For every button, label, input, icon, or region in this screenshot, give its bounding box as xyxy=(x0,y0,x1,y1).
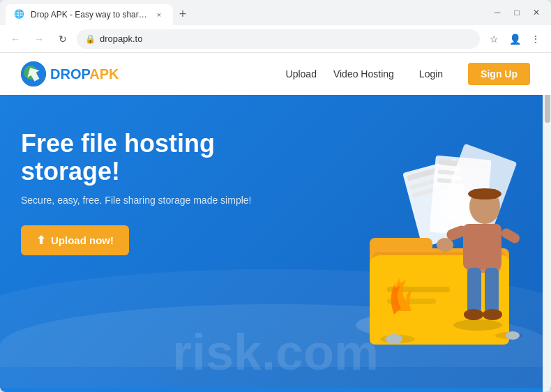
svg-rect-23 xyxy=(499,227,521,245)
toolbar-actions: ☆ 👤 ⋮ xyxy=(484,29,545,49)
nav-signup-button[interactable]: Sign Up xyxy=(468,63,530,85)
account-button[interactable]: 👤 xyxy=(505,29,524,49)
tab-title: Drop APK - Easy way to share y... xyxy=(31,10,148,20)
maximize-button[interactable]: □ xyxy=(508,3,526,22)
lock-icon: 🔒 xyxy=(85,34,96,44)
reload-button[interactable]: ↻ xyxy=(53,29,73,49)
upload-icon: ⬆ xyxy=(36,234,45,247)
svg-point-29 xyxy=(453,319,502,331)
logo-text: DROPAPK xyxy=(50,66,119,82)
nav-upload-link[interactable]: Upload xyxy=(286,68,317,80)
nav-links: Upload Video Hosting Login Sign Up xyxy=(286,63,530,85)
hero-content: Free file hosting storage! Secure, easy,… xyxy=(21,130,258,255)
minimize-button[interactable]: ─ xyxy=(488,3,506,22)
svg-point-28 xyxy=(483,309,502,320)
svg-rect-19 xyxy=(471,189,499,199)
browser-tab[interactable]: 🌐 Drop APK - Easy way to share y... × xyxy=(6,4,173,25)
site-navbar: DROPAPK Upload Video Hosting Login Sign … xyxy=(0,53,551,95)
hero-subtitle: Secure, easy, free. File sharing storage… xyxy=(21,195,258,206)
svg-point-33 xyxy=(506,331,520,340)
address-bar[interactable]: 🔒 dropapk.to xyxy=(77,29,480,49)
menu-button[interactable]: ⋮ xyxy=(526,29,545,49)
bookmark-button[interactable]: ☆ xyxy=(484,29,504,49)
svg-point-24 xyxy=(437,238,453,252)
svg-rect-25 xyxy=(467,268,481,313)
hero-section: Free file hosting storage! Secure, easy,… xyxy=(0,95,551,388)
website: DROPAPK Upload Video Hosting Login Sign … xyxy=(0,53,551,392)
hero-title: Free file hosting storage! xyxy=(21,130,258,185)
watermark: risk.com xyxy=(172,324,379,381)
forward-button[interactable]: → xyxy=(29,29,49,49)
scrollbar[interactable] xyxy=(543,78,551,392)
browser-frame: 🌐 Drop APK - Easy way to share y... × + … xyxy=(0,0,551,392)
nav-video-hosting-link[interactable]: Video Hosting xyxy=(333,68,394,80)
browser-toolbar: ← → ↻ 🔒 dropapk.to ☆ 👤 ⋮ xyxy=(0,25,551,53)
upload-now-button[interactable]: ⬆ Upload now! xyxy=(21,225,129,255)
browser-titlebar: 🌐 Drop APK - Easy way to share y... × + … xyxy=(0,0,551,25)
svg-rect-21 xyxy=(463,224,501,269)
close-button[interactable]: ✕ xyxy=(527,3,545,22)
nav-login-button[interactable]: Login xyxy=(411,64,451,84)
site-logo[interactable]: DROPAPK xyxy=(21,61,119,86)
svg-point-32 xyxy=(386,334,402,344)
svg-point-27 xyxy=(464,309,483,320)
address-text: dropapk.to xyxy=(100,33,471,44)
tab-favicon: 🌐 xyxy=(14,9,25,20)
tab-area: 🌐 Drop APK - Easy way to share y... × + xyxy=(6,0,483,25)
titlebar-controls: ─ □ ✕ xyxy=(488,3,545,22)
new-tab-button[interactable]: + xyxy=(173,4,193,24)
logo-icon xyxy=(21,61,46,86)
back-button[interactable]: ← xyxy=(6,29,25,49)
upload-btn-label: Upload now! xyxy=(51,234,114,246)
tab-close-button[interactable]: × xyxy=(153,9,165,20)
svg-rect-26 xyxy=(485,268,499,313)
